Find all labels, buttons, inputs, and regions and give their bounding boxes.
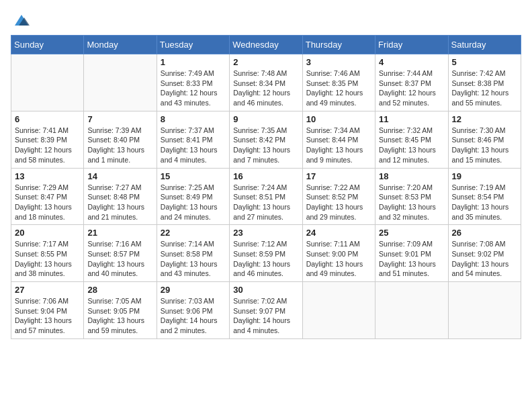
calendar-cell: 18Sunrise: 7:20 AM Sunset: 8:53 PM Dayli… — [375, 168, 448, 225]
calendar-week-row: 1Sunrise: 7:49 AM Sunset: 8:33 PM Daylig… — [11, 54, 521, 111]
day-number: 23 — [233, 228, 298, 238]
cell-info: Sunrise: 7:02 AM Sunset: 9:07 PM Dayligh… — [233, 296, 298, 336]
cell-info: Sunrise: 7:08 AM Sunset: 9:02 PM Dayligh… — [452, 239, 517, 279]
day-number: 4 — [379, 57, 444, 67]
calendar-week-row: 13Sunrise: 7:29 AM Sunset: 8:47 PM Dayli… — [11, 168, 521, 225]
calendar-cell — [302, 282, 375, 339]
cell-info: Sunrise: 7:11 AM Sunset: 9:00 PM Dayligh… — [306, 239, 371, 279]
cell-info: Sunrise: 7:37 AM Sunset: 8:41 PM Dayligh… — [161, 126, 226, 165]
cell-info: Sunrise: 7:35 AM Sunset: 8:42 PM Dayligh… — [233, 126, 298, 165]
page-header — [11, 11, 521, 30]
calendar-cell — [11, 54, 84, 111]
day-number: 9 — [233, 114, 298, 124]
calendar-cell: 6Sunrise: 7:41 AM Sunset: 8:39 PM Daylig… — [11, 111, 84, 168]
calendar-header-row: SundayMondayTuesdayWednesdayThursdayFrid… — [11, 36, 521, 54]
calendar-cell: 22Sunrise: 7:14 AM Sunset: 8:58 PM Dayli… — [157, 225, 229, 282]
day-number: 30 — [233, 285, 298, 295]
calendar-cell: 24Sunrise: 7:11 AM Sunset: 9:00 PM Dayli… — [302, 225, 375, 282]
calendar-cell: 16Sunrise: 7:24 AM Sunset: 8:51 PM Dayli… — [230, 168, 302, 225]
cell-info: Sunrise: 7:29 AM Sunset: 8:47 PM Dayligh… — [15, 183, 80, 222]
cell-info: Sunrise: 7:46 AM Sunset: 8:35 PM Dayligh… — [306, 68, 371, 108]
calendar-cell: 10Sunrise: 7:34 AM Sunset: 8:44 PM Dayli… — [302, 111, 375, 168]
day-number: 10 — [306, 114, 371, 124]
calendar-cell: 30Sunrise: 7:02 AM Sunset: 9:07 PM Dayli… — [230, 282, 302, 339]
day-number: 16 — [233, 171, 298, 181]
day-header-saturday: Saturday — [448, 36, 521, 54]
day-number: 11 — [379, 114, 444, 124]
day-number: 26 — [452, 228, 517, 238]
day-number: 25 — [379, 228, 444, 238]
cell-info: Sunrise: 7:32 AM Sunset: 8:45 PM Dayligh… — [379, 126, 444, 165]
calendar-cell: 11Sunrise: 7:32 AM Sunset: 8:45 PM Dayli… — [375, 111, 448, 168]
day-header-friday: Friday — [375, 36, 448, 54]
calendar-cell: 23Sunrise: 7:12 AM Sunset: 8:59 PM Dayli… — [230, 225, 302, 282]
cell-info: Sunrise: 7:49 AM Sunset: 8:33 PM Dayligh… — [161, 68, 226, 108]
day-number: 29 — [161, 285, 226, 295]
cell-info: Sunrise: 7:39 AM Sunset: 8:40 PM Dayligh… — [87, 126, 152, 165]
calendar-cell: 19Sunrise: 7:19 AM Sunset: 8:54 PM Dayli… — [448, 168, 521, 225]
calendar-week-row: 20Sunrise: 7:17 AM Sunset: 8:55 PM Dayli… — [11, 225, 521, 282]
cell-info: Sunrise: 7:22 AM Sunset: 8:52 PM Dayligh… — [306, 183, 371, 222]
calendar-cell: 12Sunrise: 7:30 AM Sunset: 8:46 PM Dayli… — [448, 111, 521, 168]
day-number: 15 — [161, 171, 226, 181]
day-number: 17 — [306, 171, 371, 181]
calendar-cell — [448, 282, 521, 339]
day-header-wednesday: Wednesday — [230, 36, 302, 54]
cell-info: Sunrise: 7:41 AM Sunset: 8:39 PM Dayligh… — [15, 126, 80, 165]
day-number: 1 — [161, 57, 226, 67]
day-header-thursday: Thursday — [302, 36, 375, 54]
cell-info: Sunrise: 7:17 AM Sunset: 8:55 PM Dayligh… — [15, 239, 80, 279]
day-number: 2 — [233, 57, 298, 67]
day-header-monday: Monday — [84, 36, 157, 54]
day-number: 19 — [452, 171, 517, 181]
cell-info: Sunrise: 7:05 AM Sunset: 9:05 PM Dayligh… — [87, 296, 152, 336]
calendar-cell: 20Sunrise: 7:17 AM Sunset: 8:55 PM Dayli… — [11, 225, 84, 282]
calendar-cell: 3Sunrise: 7:46 AM Sunset: 8:35 PM Daylig… — [302, 54, 375, 111]
cell-info: Sunrise: 7:24 AM Sunset: 8:51 PM Dayligh… — [233, 183, 298, 222]
calendar-cell — [375, 282, 448, 339]
day-number: 27 — [15, 285, 80, 295]
calendar-cell: 13Sunrise: 7:29 AM Sunset: 8:47 PM Dayli… — [11, 168, 84, 225]
day-header-tuesday: Tuesday — [157, 36, 229, 54]
cell-info: Sunrise: 7:12 AM Sunset: 8:59 PM Dayligh… — [233, 239, 298, 279]
cell-info: Sunrise: 7:19 AM Sunset: 8:54 PM Dayligh… — [452, 183, 517, 222]
cell-info: Sunrise: 7:06 AM Sunset: 9:04 PM Dayligh… — [15, 296, 80, 336]
calendar-cell: 17Sunrise: 7:22 AM Sunset: 8:52 PM Dayli… — [302, 168, 375, 225]
calendar-week-row: 27Sunrise: 7:06 AM Sunset: 9:04 PM Dayli… — [11, 282, 521, 339]
day-number: 12 — [452, 114, 517, 124]
calendar-cell: 29Sunrise: 7:03 AM Sunset: 9:06 PM Dayli… — [157, 282, 229, 339]
cell-info: Sunrise: 7:25 AM Sunset: 8:49 PM Dayligh… — [161, 183, 226, 222]
logo — [11, 11, 31, 30]
cell-info: Sunrise: 7:14 AM Sunset: 8:58 PM Dayligh… — [161, 239, 226, 279]
logo-icon — [12, 11, 31, 30]
calendar-cell: 5Sunrise: 7:42 AM Sunset: 8:38 PM Daylig… — [448, 54, 521, 111]
cell-info: Sunrise: 7:30 AM Sunset: 8:46 PM Dayligh… — [452, 126, 517, 165]
calendar-cell: 8Sunrise: 7:37 AM Sunset: 8:41 PM Daylig… — [157, 111, 229, 168]
day-number: 14 — [87, 171, 152, 181]
cell-info: Sunrise: 7:03 AM Sunset: 9:06 PM Dayligh… — [161, 296, 226, 336]
day-number: 28 — [87, 285, 152, 295]
day-number: 18 — [379, 171, 444, 181]
calendar-cell: 21Sunrise: 7:16 AM Sunset: 8:57 PM Dayli… — [84, 225, 157, 282]
cell-info: Sunrise: 7:44 AM Sunset: 8:37 PM Dayligh… — [379, 68, 444, 108]
day-number: 21 — [87, 228, 152, 238]
calendar-cell: 4Sunrise: 7:44 AM Sunset: 8:37 PM Daylig… — [375, 54, 448, 111]
calendar-cell: 27Sunrise: 7:06 AM Sunset: 9:04 PM Dayli… — [11, 282, 84, 339]
cell-info: Sunrise: 7:27 AM Sunset: 8:48 PM Dayligh… — [87, 183, 152, 222]
calendar-cell: 1Sunrise: 7:49 AM Sunset: 8:33 PM Daylig… — [157, 54, 229, 111]
calendar-cell: 26Sunrise: 7:08 AM Sunset: 9:02 PM Dayli… — [448, 225, 521, 282]
cell-info: Sunrise: 7:34 AM Sunset: 8:44 PM Dayligh… — [306, 126, 371, 165]
calendar-cell: 14Sunrise: 7:27 AM Sunset: 8:48 PM Dayli… — [84, 168, 157, 225]
cell-info: Sunrise: 7:09 AM Sunset: 9:01 PM Dayligh… — [379, 239, 444, 279]
cell-info: Sunrise: 7:16 AM Sunset: 8:57 PM Dayligh… — [87, 239, 152, 279]
day-number: 20 — [15, 228, 80, 238]
calendar-cell: 9Sunrise: 7:35 AM Sunset: 8:42 PM Daylig… — [230, 111, 302, 168]
calendar-cell — [84, 54, 157, 111]
day-number: 5 — [452, 57, 517, 67]
day-number: 6 — [15, 114, 80, 124]
calendar-cell: 28Sunrise: 7:05 AM Sunset: 9:05 PM Dayli… — [84, 282, 157, 339]
day-number: 3 — [306, 57, 371, 67]
calendar-table: SundayMondayTuesdayWednesdayThursdayFrid… — [11, 35, 521, 339]
cell-info: Sunrise: 7:20 AM Sunset: 8:53 PM Dayligh… — [379, 183, 444, 222]
day-header-sunday: Sunday — [11, 36, 84, 54]
